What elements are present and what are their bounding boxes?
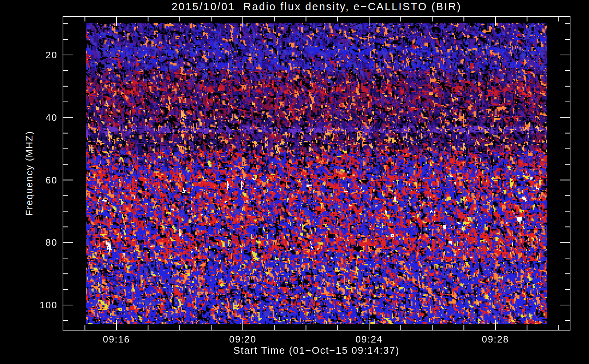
x-tick-label: 09:24 [344,333,395,345]
y-tick-label: 80 [0,237,58,248]
y-tick-label: 60 [0,174,58,186]
x-tick-label: 09:28 [470,333,521,345]
x-axis-title: Start Time (01−Oct−15 09:14:37) [63,345,570,356]
x-tick-label: 09:16 [91,333,142,345]
y-tick-label: 100 [0,299,58,311]
x-tick-label: 09:20 [217,333,268,345]
spectrogram-figure: 2015/10/01 Radio flux density, e−CALLIST… [0,0,589,364]
y-tick-label: 20 [0,49,58,61]
axis-frame [0,0,589,364]
y-tick-label: 40 [0,112,58,123]
